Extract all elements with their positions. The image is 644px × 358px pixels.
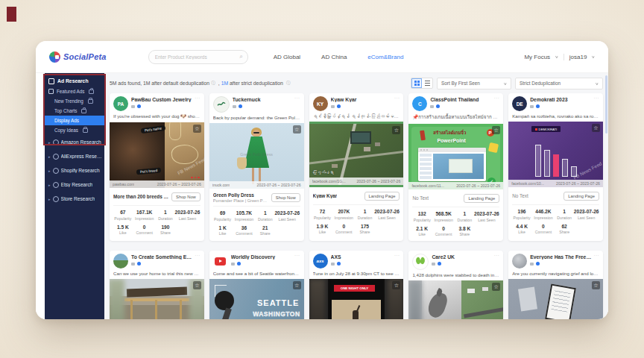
stats-row-1: 196Popularity 446.2KImpression 1Duration… xyxy=(512,204,599,220)
vertical-scrollbar[interactable] xyxy=(605,75,607,134)
ad-media-preview[interactable]: ☆ DEMOKRATI FB News Feed f xyxy=(508,122,603,187)
favorite-star-icon[interactable]: ☆ xyxy=(492,126,500,134)
landing-page-button[interactable]: Landing Page xyxy=(464,194,499,203)
platform-icons xyxy=(331,262,393,266)
ad-domain[interactable]: facebook.com/10... xyxy=(511,181,544,186)
landing-page-button[interactable]: Landing Page xyxy=(364,192,400,201)
more-menu-icon[interactable]: ··· xyxy=(294,95,300,100)
sidebar-item-copy-ideas[interactable]: Copy Ideas xyxy=(45,125,104,135)
favorite-star-icon[interactable]: ☆ xyxy=(293,281,301,289)
grid-view-button[interactable] xyxy=(411,78,422,88)
cta-row: No Text Landing Page xyxy=(512,190,599,201)
more-menu-icon[interactable]: ··· xyxy=(494,253,500,257)
favorite-star-icon[interactable]: ☆ xyxy=(193,125,201,133)
ad-domain[interactable]: facebook.com/1G... xyxy=(312,179,346,183)
sidebar-item-aliexpress-research[interactable]: ▸ AliExpress Research xyxy=(45,149,104,163)
sidebar-item-etsy-research[interactable]: ▸ Etsy Research xyxy=(45,178,104,192)
advertiser-name[interactable]: Kyaw Kyar xyxy=(331,97,393,102)
more-menu-icon[interactable]: ··· xyxy=(394,253,400,257)
sidebar-item-shopify-research[interactable]: ▸ Shopify Research xyxy=(45,163,104,178)
avatar[interactable] xyxy=(412,254,429,270)
advertiser-name[interactable]: ClassPoint Thailand xyxy=(430,97,492,102)
avatar[interactable] xyxy=(512,254,527,268)
results-summary: 5M ads found, 1M after default deduplica… xyxy=(110,81,209,86)
advertiser-name[interactable]: Everyone Has The Freedom To... xyxy=(530,254,592,260)
favorite-star-icon[interactable]: ☆ xyxy=(293,125,301,134)
sidebar-item-featured-ads[interactable]: Featured Ads xyxy=(45,87,104,96)
deduplication-dropdown[interactable]: Strict Deduplication ∨ xyxy=(515,78,603,90)
user-menu[interactable]: josa19 xyxy=(569,54,587,60)
more-menu-icon[interactable]: ··· xyxy=(294,253,300,257)
favorite-star-icon[interactable]: ☆ xyxy=(592,281,600,289)
platform-icons xyxy=(530,104,592,108)
advertiser-name[interactable]: PawBau Custom Jewelry xyxy=(131,97,193,102)
advertiser-name[interactable]: Care2 UK xyxy=(432,254,492,260)
sidebar-item-new-trending[interactable]: New Trending xyxy=(45,96,104,106)
ad-media-preview[interactable]: ☆ xyxy=(408,280,503,319)
sidebar-item-store-research[interactable]: ▸ Store Research xyxy=(45,192,104,206)
landing-page-button[interactable]: Landing Page xyxy=(564,192,599,201)
avatar[interactable] xyxy=(213,96,230,113)
building-shape xyxy=(364,147,370,151)
list-view-button[interactable] xyxy=(422,78,432,88)
socialpeta-logo[interactable]: SocialPeta xyxy=(49,51,107,63)
ad-media-preview[interactable]: ☆ Pet's name Pet's breed FB News Feed pa… xyxy=(110,122,204,188)
ad-domain[interactable]: facebook.com/11... xyxy=(411,183,443,188)
house-shape xyxy=(467,289,475,293)
duration-label: Duration xyxy=(157,216,174,221)
sidebar-item-ad-research[interactable]: Ad Research xyxy=(45,75,104,87)
search-icon[interactable]: ⌕ xyxy=(239,54,242,60)
shop-now-button[interactable]: Shop Now xyxy=(271,193,300,202)
avatar[interactable] xyxy=(213,254,228,268)
avatar[interactable] xyxy=(113,254,128,268)
shop-now-button[interactable]: Shop Now xyxy=(171,192,201,201)
ad-media-preview[interactable]: ☆ ONE NIGHT ONLY xyxy=(309,279,404,319)
ad-media-preview[interactable]: ☆ สร้างสไลด์เกมจิ๋ว PowerPoint P xyxy=(408,124,503,189)
media-footer: tnuck.com 2023-07-26 ~ 2023-07-26 xyxy=(209,181,304,189)
more-menu-icon[interactable]: ··· xyxy=(195,95,201,100)
search-input[interactable] xyxy=(154,54,240,60)
more-menu-icon[interactable]: ··· xyxy=(494,95,500,100)
ad-media-preview[interactable]: ☆ SEATTLE WASHINGTON xyxy=(209,279,304,319)
sort-dropdown-value: Sort By First Seen xyxy=(441,81,480,86)
advertiser-name[interactable]: To Create Something Exceptio... xyxy=(131,254,193,260)
nav-ad-china[interactable]: AD China xyxy=(321,54,347,60)
sidebar-item-top-charts[interactable]: Top Charts xyxy=(45,106,104,116)
advertiser-name[interactable]: Demokrati 2023 xyxy=(530,97,592,102)
comment-value: 0 xyxy=(133,224,157,230)
favorite-star-icon[interactable]: ☆ xyxy=(492,283,500,291)
ad-media-preview[interactable]: ☆ Green Polly Dress tnuck.com 2023 xyxy=(209,123,304,189)
more-menu-icon[interactable]: ··· xyxy=(394,95,400,100)
sort-dropdown[interactable]: Sort By First Seen ∨ xyxy=(437,78,511,90)
info-icon[interactable]: ⓘ xyxy=(286,81,291,87)
nav-ecom-brand[interactable]: eCom&Brand xyxy=(367,54,403,60)
sidebar-item-amazon-research[interactable]: ▸ Amazon Research xyxy=(45,135,104,149)
more-menu-icon[interactable]: ··· xyxy=(195,253,201,257)
more-menu-icon[interactable]: ··· xyxy=(594,95,600,100)
ad-media-preview[interactable]: ☆ xyxy=(508,279,603,319)
my-focus-menu[interactable]: My Focus xyxy=(524,54,550,60)
advertiser-name[interactable]: Worldly Discovery xyxy=(231,254,293,260)
favorite-star-icon[interactable]: ☆ xyxy=(592,124,600,132)
product-search-box[interactable]: ⌕ xyxy=(148,50,248,64)
favorite-star-icon[interactable]: ☆ xyxy=(193,281,201,289)
sidebar-item-display-ads[interactable]: Display Ads xyxy=(45,116,104,125)
avatar[interactable]: DE xyxy=(512,96,527,111)
favorite-star-icon[interactable]: ☆ xyxy=(392,126,400,134)
avatar[interactable]: C xyxy=(412,96,427,111)
ad-domain[interactable]: pawbau.com xyxy=(113,182,134,186)
list-view-icon xyxy=(425,81,430,86)
nav-ad-global[interactable]: AD Global xyxy=(274,54,300,60)
more-menu-icon[interactable]: ··· xyxy=(594,253,600,257)
avatar[interactable]: axs xyxy=(313,254,328,268)
ad-media-preview[interactable]: ☆ xyxy=(110,279,204,319)
favorite-star-icon[interactable]: ☆ xyxy=(392,281,400,289)
advertiser-name[interactable]: AXS xyxy=(331,254,393,260)
ad-media-preview[interactable]: ☆ မြေကွက်နေရာ facebook.com/1G... 2023-07… xyxy=(309,122,404,187)
ad-domain[interactable]: tnuck.com xyxy=(212,183,230,187)
avatar[interactable]: PA xyxy=(113,96,128,111)
advertiser-name[interactable]: Tuckernuck xyxy=(233,97,293,102)
info-icon[interactable]: ⓘ xyxy=(211,81,215,87)
impression-label: Impression xyxy=(432,218,455,222)
avatar[interactable]: KY xyxy=(313,96,328,111)
